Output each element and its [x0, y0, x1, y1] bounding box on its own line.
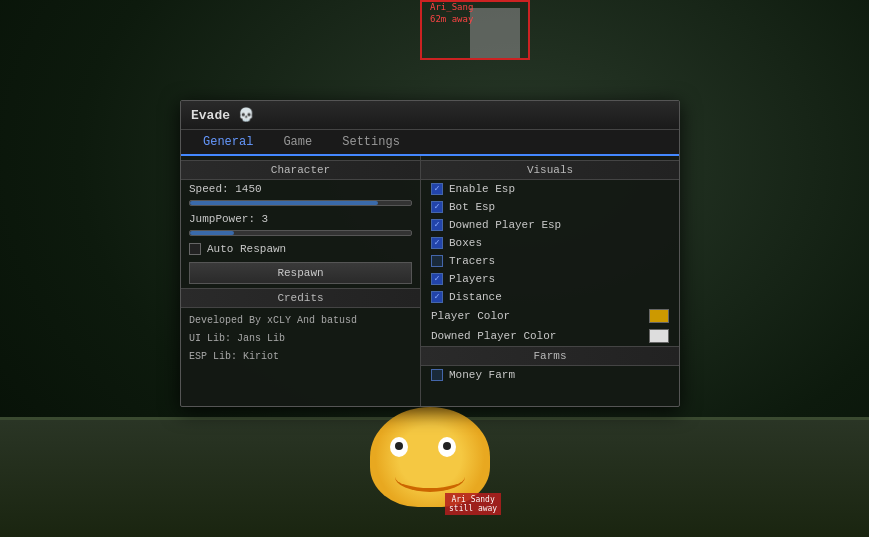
downed-player-esp-label: Downed Player Esp	[449, 219, 561, 231]
money-farm-row[interactable]: Money Farm	[421, 366, 679, 384]
player-color-swatch[interactable]	[649, 309, 669, 323]
enable-esp-row[interactable]: Enable Esp	[421, 180, 679, 198]
left-panel: Character Speed: 1450 JumpPower: 3 Auto …	[181, 156, 421, 406]
distance-label: Distance	[449, 291, 502, 303]
bot-esp-row[interactable]: Bot Esp	[421, 198, 679, 216]
downed-player-esp-row[interactable]: Downed Player Esp	[421, 216, 679, 234]
jump-power-field: JumpPower: 3	[181, 210, 420, 228]
tab-bar: General Game Settings	[181, 130, 679, 156]
boxes-checkbox[interactable]	[431, 237, 443, 249]
farms-section-header: Farms	[421, 347, 679, 366]
character-eyes	[390, 437, 456, 457]
speed-slider-fill	[190, 201, 378, 205]
speed-slider-container[interactable]	[181, 198, 420, 210]
players-label: Players	[449, 273, 495, 285]
bot-esp-checkbox[interactable]	[431, 201, 443, 213]
window-title: Evade 💀	[191, 107, 254, 123]
downed-player-color-swatch[interactable]	[649, 329, 669, 343]
tab-general[interactable]: General	[189, 130, 267, 156]
titlebar: Evade 💀	[181, 101, 679, 130]
jump-power-slider-container[interactable]	[181, 228, 420, 240]
credits-line2: UI Lib: Jans Lib	[189, 330, 412, 348]
players-checkbox[interactable]	[431, 273, 443, 285]
tracers-checkbox[interactable]	[431, 255, 443, 267]
respawn-button[interactable]: Respawn	[189, 262, 412, 284]
auto-respawn-row[interactable]: Auto Respawn	[181, 240, 420, 258]
money-farm-label: Money Farm	[449, 369, 515, 381]
player-silhouette	[470, 8, 520, 58]
distance-checkbox[interactable]	[431, 291, 443, 303]
distance-row[interactable]: Distance	[421, 288, 679, 306]
enable-esp-label: Enable Esp	[449, 183, 515, 195]
right-panel: Visuals Enable Esp Bot Esp Downed Player…	[421, 156, 679, 406]
main-window: Evade 💀 General Game Settings Character …	[180, 100, 680, 407]
farms-section: Farms Money Farm	[421, 346, 679, 384]
bot-esp-label: Bot Esp	[449, 201, 495, 213]
money-farm-checkbox[interactable]	[431, 369, 443, 381]
player-color-row[interactable]: Player Color	[421, 306, 679, 326]
character-mouth	[395, 462, 465, 492]
speed-field: Speed: 1450	[181, 180, 420, 198]
tab-content: Character Speed: 1450 JumpPower: 3 Auto …	[181, 156, 679, 406]
auto-respawn-checkbox[interactable]	[189, 243, 201, 255]
tab-settings[interactable]: Settings	[328, 130, 414, 156]
esp-label: Ari_Sang 62m away	[430, 2, 473, 25]
credits-section-header: Credits	[181, 288, 420, 308]
visuals-section-header: Visuals	[421, 160, 679, 180]
character-section-header: Character	[181, 160, 420, 180]
character-face	[370, 407, 490, 507]
tracers-label: Tracers	[449, 255, 495, 267]
credits-content: Developed By xCLY And batusd UI Lib: Jan…	[181, 308, 420, 368]
tab-game[interactable]: Game	[269, 130, 326, 156]
credits-line1: Developed By xCLY And batusd	[189, 312, 412, 330]
character-eye-left	[390, 437, 408, 457]
jump-power-slider-track[interactable]	[189, 230, 412, 236]
player-color-label: Player Color	[431, 310, 649, 322]
speed-slider-track[interactable]	[189, 200, 412, 206]
auto-respawn-label: Auto Respawn	[207, 243, 286, 255]
tracers-row[interactable]: Tracers	[421, 252, 679, 270]
character-eye-right	[438, 437, 456, 457]
downed-player-color-label: Downed Player Color	[431, 330, 649, 342]
downed-player-color-row[interactable]: Downed Player Color	[421, 326, 679, 346]
boxes-label: Boxes	[449, 237, 482, 249]
credits-line3: ESP Lib: Kiriot	[189, 348, 412, 366]
enable-esp-checkbox[interactable]	[431, 183, 443, 195]
boxes-row[interactable]: Boxes	[421, 234, 679, 252]
players-row[interactable]: Players	[421, 270, 679, 288]
character-name-label: Ari Sandystill away	[445, 493, 501, 515]
downed-player-esp-checkbox[interactable]	[431, 219, 443, 231]
jump-power-slider-fill	[190, 231, 234, 235]
